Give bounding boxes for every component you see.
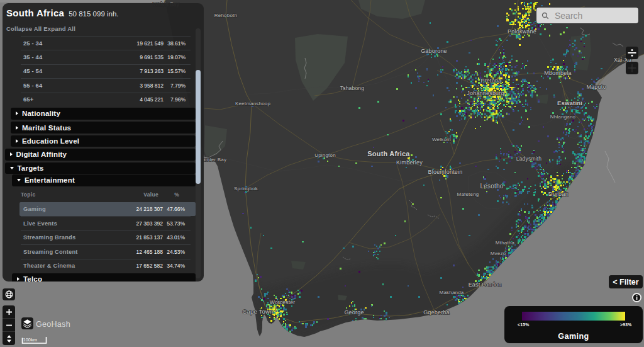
svg-text:Pretoria: Pretoria: [480, 77, 501, 84]
svg-text:Gaborone: Gaborone: [421, 48, 447, 54]
svg-text:Ladysmith: Ladysmith: [516, 156, 542, 162]
svg-text:Mvezo: Mvezo: [491, 251, 506, 256]
svg-text:Mbombela: Mbombela: [544, 70, 572, 76]
svg-text:Lesotho: Lesotho: [480, 183, 504, 190]
svg-text:Johannesburg: Johannesburg: [467, 90, 504, 96]
svg-text:Mafeteng: Mafeteng: [457, 191, 479, 197]
svg-text:Bloemfontein: Bloemfontein: [428, 169, 463, 175]
svg-text:Kimberley: Kimberley: [396, 159, 423, 166]
svg-text:Keetmanshoop: Keetmanshoop: [235, 101, 271, 106]
svg-text:Welkom: Welkom: [432, 137, 451, 142]
svg-text:ander Bay: ander Bay: [203, 157, 226, 162]
svg-text:Rehoboth: Rehoboth: [214, 13, 237, 18]
svg-text:Upington: Upington: [314, 152, 336, 158]
svg-text:George: George: [344, 309, 364, 316]
svg-text:Gqeberha: Gqeberha: [423, 309, 450, 316]
svg-text:Eswatini: Eswatini: [557, 100, 582, 106]
svg-text:Mthatha: Mthatha: [496, 240, 515, 246]
svg-text:South Africa: South Africa: [367, 150, 410, 157]
svg-text:Springbok: Springbok: [234, 186, 258, 191]
svg-text:Maputo: Maputo: [586, 84, 606, 90]
svg-text:Worcester: Worcester: [270, 299, 295, 305]
svg-text:Nhlangano: Nhlangano: [550, 114, 576, 120]
svg-text:Polokwane: Polokwane: [508, 28, 536, 35]
svg-text:100km: 100km: [23, 337, 38, 343]
svg-text:Durban: Durban: [548, 190, 569, 197]
svg-text:Tshabong: Tshabong: [340, 85, 365, 91]
svg-text:Cape Town: Cape Town: [242, 308, 273, 315]
svg-text:Makhanda: Makhanda: [440, 290, 464, 295]
svg-text:East London: East London: [469, 282, 502, 288]
